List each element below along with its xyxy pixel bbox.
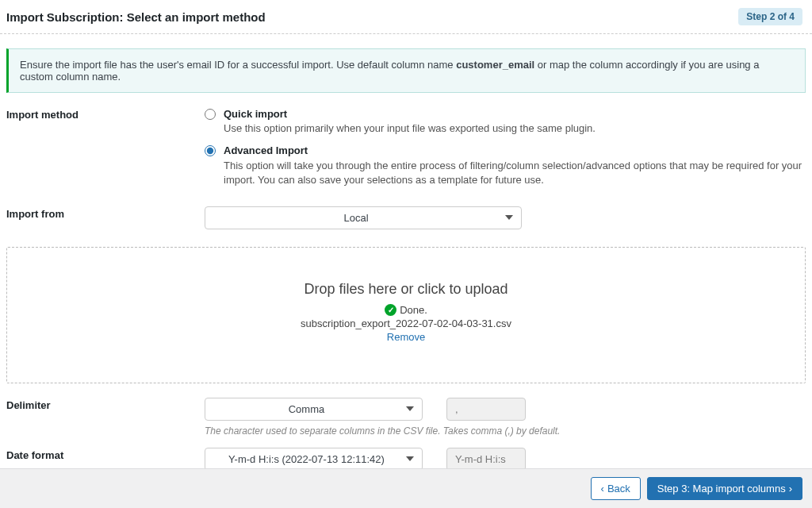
page-header: Import Subscription: Select an import me… [0, 0, 812, 34]
label-delimiter: Delimiter [6, 398, 205, 437]
dropzone-filename: subscription_export_2022-07-02-04-03-31.… [15, 318, 797, 329]
radio-advanced-import[interactable]: Advanced Import This option will take yo… [205, 144, 806, 187]
radio-quick-title: Quick import [224, 108, 287, 120]
back-button-label: Back [607, 483, 630, 495]
check-icon: ✓ [385, 304, 396, 316]
chevron-left-icon: ‹ [601, 483, 604, 494]
label-import-method: Import method [6, 107, 205, 195]
select-import-from[interactable]: Local [205, 206, 522, 229]
radio-quick-import[interactable]: Quick import Use this option primarily w… [205, 107, 806, 136]
next-button-label: Step 3: Map import columns [657, 483, 786, 495]
radio-advanced-title: Advanced Import [224, 144, 308, 156]
notice-bold: customer_email [456, 59, 534, 71]
radio-quick-import-input[interactable] [205, 109, 216, 120]
row-import-from: Import from Local [0, 206, 812, 241]
back-button[interactable]: ‹ Back [591, 477, 641, 500]
dropzone-remove-link[interactable]: Remove [387, 331, 425, 343]
radio-advanced-import-input[interactable] [205, 145, 216, 156]
input-date-format-display [446, 448, 526, 471]
radio-quick-desc: Use this option primarily when your inpu… [224, 122, 596, 134]
dropzone-status: ✓ Done. [15, 304, 797, 316]
step-badge: Step 2 of 4 [738, 8, 802, 25]
help-delimiter: The character used to separate columns i… [205, 425, 806, 437]
select-date-format[interactable]: Y-m-d H:i:s (2022-07-13 12:11:42) [205, 448, 423, 471]
radio-advanced-desc: This option will take you through the en… [224, 160, 802, 186]
file-dropzone[interactable]: Drop files here or click to upload ✓ Don… [6, 247, 806, 383]
next-button[interactable]: Step 3: Map import columns › [647, 477, 802, 500]
row-import-method: Import method Quick import Use this opti… [0, 107, 812, 206]
dropzone-prompt: Drop files here or click to upload [15, 281, 797, 298]
select-delimiter[interactable]: Comma [205, 398, 423, 421]
input-delimiter-char [446, 398, 526, 421]
wizard-footer: ‹ Back Step 3: Map import columns › [0, 468, 812, 508]
dropzone-status-text: Done. [400, 304, 427, 316]
notice-text-before: Ensure the import file has the user's em… [20, 59, 456, 71]
page-title: Import Subscription: Select an import me… [6, 10, 266, 24]
chevron-right-icon: › [789, 483, 792, 494]
info-notice: Ensure the import file has the user's em… [6, 48, 806, 93]
row-delimiter: Delimiter Comma The character used to se… [0, 398, 812, 448]
label-import-from: Import from [6, 206, 205, 229]
